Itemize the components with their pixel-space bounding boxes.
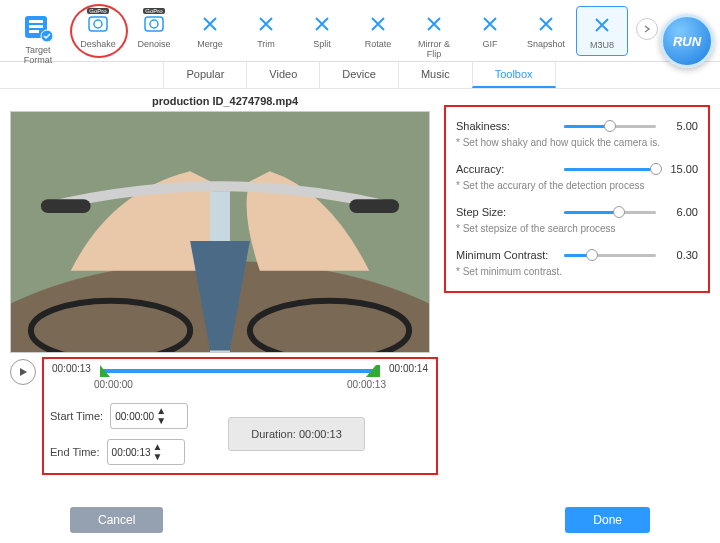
run-label: RUN: [673, 34, 701, 49]
play-button[interactable]: [10, 359, 36, 385]
stepsize-row: Step Size: 6.00 * Set stepsize of the se…: [456, 205, 698, 234]
filename-label: production ID_4274798.mp4: [10, 95, 440, 107]
start-time-input[interactable]: 00:00:00 ▲▼: [110, 403, 188, 429]
time-wrap: 00:00:13 00:00:14 00:00:00 00:00:13 Star…: [10, 357, 440, 475]
snapshot-icon: [532, 10, 560, 38]
shakiness-row: Shakiness: 5.00 * Set how shaky and how …: [456, 119, 698, 148]
snapshot-label: Snapshot: [527, 40, 565, 50]
tabs-row: Popular Video Device Music Toolbox: [0, 62, 720, 89]
gopro-badge: GoPro: [87, 8, 108, 14]
svg-point-8: [150, 20, 158, 28]
gif-icon: [476, 10, 504, 38]
timeline-fill: [100, 369, 380, 373]
contrast-value: 0.30: [662, 249, 698, 261]
svg-rect-1: [29, 20, 43, 23]
target-format-icon: [21, 10, 55, 44]
rotate-label: Rotate: [365, 40, 392, 50]
spinner-icon[interactable]: ▲▼: [153, 442, 180, 462]
split-button[interactable]: Split: [296, 6, 348, 54]
split-icon: [308, 10, 336, 38]
target-format-label: Target Format: [10, 46, 66, 66]
duration-value: 00:00:13: [299, 428, 342, 440]
tab-popular[interactable]: Popular: [163, 62, 247, 88]
denoise-label: Denoise: [137, 40, 170, 50]
start-time-label: Start Time:: [50, 410, 103, 422]
timeline-handle-left[interactable]: [100, 365, 110, 377]
rotate-icon: [364, 10, 392, 38]
svg-rect-7: [145, 17, 163, 31]
m3u8-label: M3U8: [590, 41, 614, 51]
timeline-bottom-right: 00:00:13: [343, 379, 386, 390]
mirror-flip-button[interactable]: Mirror & Flip: [408, 6, 460, 64]
accuracy-value: 15.00: [662, 163, 698, 175]
timeline[interactable]: 00:00:13 00:00:14 00:00:00 00:00:13: [50, 363, 430, 393]
gopro-badge: GoPro: [143, 8, 164, 14]
rotate-button[interactable]: Rotate: [352, 6, 404, 54]
contrast-hint: * Set minimum contrast.: [456, 266, 698, 277]
m3u8-button[interactable]: M3U8: [576, 6, 628, 56]
accuracy-label: Accuracy:: [456, 163, 558, 175]
snapshot-button[interactable]: Snapshot: [520, 6, 572, 54]
tab-device[interactable]: Device: [319, 62, 399, 88]
cancel-button[interactable]: Cancel: [70, 507, 163, 533]
accuracy-row: Accuracy: 15.00 * Set the accurary of th…: [456, 162, 698, 191]
accuracy-slider[interactable]: [564, 162, 656, 176]
shakiness-hint: * Set how shaky and how quick the camera…: [456, 137, 698, 148]
main-area: production ID_4274798.mp4: [0, 89, 720, 481]
more-tools-button[interactable]: [636, 18, 658, 40]
svg-rect-3: [29, 30, 39, 33]
shakiness-slider[interactable]: [564, 119, 656, 133]
tab-toolbox[interactable]: Toolbox: [472, 62, 556, 88]
trim-button[interactable]: Trim: [240, 6, 292, 54]
split-label: Split: [313, 40, 331, 50]
stepsize-slider[interactable]: [564, 205, 656, 219]
end-time-label: End Time:: [50, 446, 100, 458]
svg-point-6: [94, 20, 102, 28]
time-fields: Start Time: 00:00:00 ▲▼ End Time: 00:00:…: [50, 403, 430, 465]
deshake-settings: Shakiness: 5.00 * Set how shaky and how …: [444, 105, 710, 293]
run-button[interactable]: RUN: [660, 14, 714, 68]
target-format-button[interactable]: Target Format: [8, 6, 68, 70]
deshake-button[interactable]: GoPro Deshake: [72, 6, 124, 54]
end-time-input[interactable]: 00:00:13 ▲▼: [107, 439, 185, 465]
left-panel: production ID_4274798.mp4: [10, 95, 440, 477]
bottom-bar: Cancel Done: [0, 507, 720, 533]
merge-icon: [196, 10, 224, 38]
stepsize-hint: * Set stepsize of the search process: [456, 223, 698, 234]
contrast-label: Minimum Contrast:: [456, 249, 558, 261]
merge-label: Merge: [197, 40, 223, 50]
svg-rect-12: [349, 199, 399, 213]
denoise-icon: [140, 10, 168, 38]
contrast-slider[interactable]: [564, 248, 656, 262]
timeline-top-right: 00:00:14: [385, 363, 428, 374]
timeline-handle-right[interactable]: [366, 365, 380, 377]
right-panel: Shakiness: 5.00 * Set how shaky and how …: [440, 95, 710, 477]
mirror-flip-icon: [420, 10, 448, 38]
svg-rect-5: [89, 17, 107, 31]
svg-rect-11: [41, 199, 91, 213]
shakiness-value: 5.00: [662, 120, 698, 132]
video-preview[interactable]: [10, 111, 430, 353]
toolbar: Target Format GoPro Deshake GoPro Denois…: [0, 0, 720, 62]
svg-rect-2: [29, 25, 43, 28]
stepsize-label: Step Size:: [456, 206, 558, 218]
duration-label: Duration:: [251, 428, 296, 440]
trim-box: 00:00:13 00:00:14 00:00:00 00:00:13 Star…: [42, 357, 438, 475]
contrast-row: Minimum Contrast: 0.30 * Set minimum con…: [456, 248, 698, 277]
timeline-bottom-left: 00:00:00: [94, 379, 524, 390]
duration-box: Duration: 00:00:13: [228, 417, 365, 451]
done-button[interactable]: Done: [565, 507, 650, 533]
denoise-button[interactable]: GoPro Denoise: [128, 6, 180, 54]
start-time-value: 00:00:00: [115, 411, 154, 422]
tab-video[interactable]: Video: [246, 62, 320, 88]
m3u8-icon: [588, 11, 616, 39]
end-time-value: 00:00:13: [112, 447, 151, 458]
merge-button[interactable]: Merge: [184, 6, 236, 54]
mirror-flip-label: Mirror & Flip: [410, 40, 458, 60]
trim-label: Trim: [257, 40, 275, 50]
gif-button[interactable]: GIF: [464, 6, 516, 54]
tab-music[interactable]: Music: [398, 62, 473, 88]
gif-label: GIF: [483, 40, 498, 50]
spinner-icon[interactable]: ▲▼: [156, 406, 183, 426]
accuracy-hint: * Set the accurary of the detection proc…: [456, 180, 698, 191]
